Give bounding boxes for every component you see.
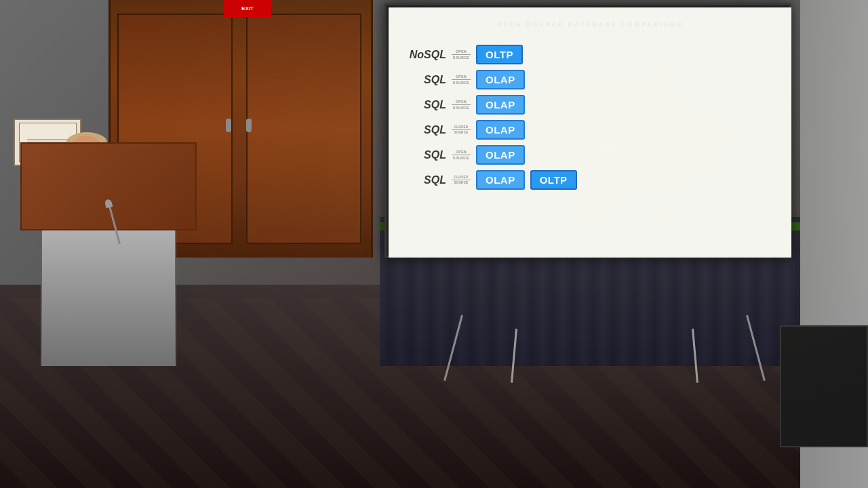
source-badge: OPEN SOURCE xyxy=(452,75,471,85)
database-comparison-table: NoSQL OPEN SOURCE OLTP SQL OPEN SOURCE xyxy=(409,45,778,190)
table-row: SQL CLOSED SOURCE OLAP xyxy=(409,120,778,140)
olap-badge: OLAP xyxy=(476,95,525,115)
db-type-label: SQL xyxy=(409,174,446,186)
projection-screen-container: OPEN SOURCE DATABASE COMPARISON NoSQL OP… xyxy=(384,3,791,258)
olap-badge: OLAP xyxy=(476,170,525,190)
door-handle-right xyxy=(246,119,252,132)
screen-title-text: OPEN SOURCE DATABASE COMPARISON xyxy=(497,21,684,28)
table-row: SQL CLOSED SOURCE OLAP OLTP xyxy=(409,170,778,190)
screen-frame: OPEN SOURCE DATABASE COMPARISON NoSQL OP… xyxy=(384,3,791,258)
source-badge: OPEN SOURCE xyxy=(452,100,471,110)
screen-stand-left xyxy=(461,315,463,383)
exit-sign-text: EXIT xyxy=(241,5,254,12)
source-badge: CLOSED SOURCE xyxy=(452,125,471,135)
screen-stand-left-2 xyxy=(515,329,517,383)
podium-base xyxy=(41,230,176,366)
table-row: SQL OPEN SOURCE OLAP xyxy=(409,70,778,89)
db-type-label: SQL xyxy=(409,74,446,86)
door-panel-right xyxy=(246,14,361,244)
source-badge: OPEN SOURCE xyxy=(452,150,471,160)
screen-title-area: OPEN SOURCE DATABASE COMPARISON xyxy=(402,14,778,35)
door-handle-left xyxy=(226,119,231,132)
db-type-label: SQL xyxy=(409,99,446,111)
screen-stand-right xyxy=(746,315,748,383)
db-type-label: SQL xyxy=(409,124,446,136)
db-type-label: NoSQL xyxy=(409,49,446,61)
screen-content: OPEN SOURCE DATABASE COMPARISON NoSQL OP… xyxy=(389,7,791,258)
right-table xyxy=(780,325,868,447)
oltp-badge: OLTP xyxy=(530,170,577,190)
source-badge: OPEN SOURCE xyxy=(452,49,471,60)
podium xyxy=(14,142,203,366)
olap-badge: OLAP xyxy=(476,70,525,89)
table-row: NoSQL OPEN SOURCE OLTP xyxy=(409,45,778,64)
screen-stand-right-2 xyxy=(692,329,694,383)
oltp-badge: OLTP xyxy=(476,45,523,64)
olap-badge: OLAP xyxy=(476,145,525,165)
olap-badge: OLAP xyxy=(476,120,525,140)
podium-top xyxy=(20,142,197,230)
table-row: SQL OPEN SOURCE OLAP xyxy=(409,95,778,115)
source-badge: CLOSED SOURCE xyxy=(452,176,471,185)
exit-sign: EXIT xyxy=(224,0,271,17)
table-row: SQL OPEN SOURCE OLAP xyxy=(409,145,778,165)
db-type-label: SQL xyxy=(409,149,446,161)
